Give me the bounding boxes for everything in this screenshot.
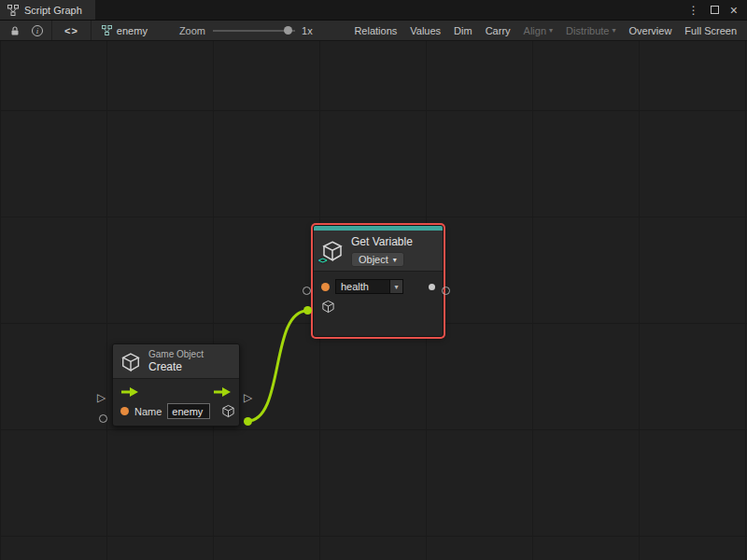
flow-row	[120, 386, 232, 398]
variable-name-input[interactable]	[335, 279, 389, 294]
create-gameobject-output-port[interactable]	[244, 417, 252, 426]
graph-asset-icon	[102, 25, 112, 35]
string-input-port[interactable]	[321, 283, 330, 291]
zoom-label: Zoom	[179, 25, 205, 36]
node-header[interactable]: Game Object Create	[113, 344, 239, 379]
dim-label: Dim	[454, 25, 472, 36]
create-name-input-port[interactable]	[99, 414, 107, 423]
string-input-port[interactable]	[120, 407, 129, 415]
node-category: Game Object	[148, 349, 204, 360]
script-graph-icon	[7, 5, 19, 16]
align-button[interactable]: Align ▾	[517, 21, 559, 40]
name-input[interactable]	[167, 403, 210, 419]
tab-script-graph[interactable]: Script Graph	[0, 0, 95, 20]
tab-title: Script Graph	[24, 5, 82, 16]
gameobject-cube-icon	[321, 300, 335, 314]
flow-out-icon[interactable]	[213, 386, 232, 398]
create-flow-input-port[interactable]: ▷	[97, 392, 106, 403]
lock-icon	[9, 25, 21, 36]
relations-label: Relations	[354, 25, 397, 36]
carry-label: Carry	[486, 25, 511, 36]
chevron-down-icon: ▾	[394, 283, 398, 291]
align-label: Align	[524, 25, 546, 36]
toolbar-separator	[91, 21, 92, 40]
edit-graph-button[interactable]: <>	[55, 21, 88, 40]
variable-name-combo[interactable]: ▾	[335, 279, 403, 294]
relations-button[interactable]: Relations	[347, 21, 403, 40]
get-variable-object-input-port[interactable]	[303, 306, 312, 315]
overview-button[interactable]: Overview	[623, 21, 679, 40]
info-icon: i	[32, 25, 43, 36]
window-controls: ⋮ ×	[688, 0, 747, 20]
info-button[interactable]: i	[26, 21, 49, 40]
create-flow-output-port[interactable]: ▷	[244, 392, 252, 403]
variable-cube-icon: <>	[321, 240, 344, 262]
graph-name-label: enemy	[117, 25, 148, 36]
title-bar: Script Graph ⋮ ×	[0, 0, 747, 21]
value-output-port[interactable]	[429, 284, 435, 290]
variable-scope-dropdown[interactable]: Object ▾	[351, 252, 404, 267]
toolbar-button-group: Relations Values Dim Carry Align ▾ Distr…	[347, 21, 743, 40]
distribute-label: Distribute	[566, 25, 609, 36]
graph-asset[interactable]: enemy	[94, 25, 155, 36]
node-get-variable[interactable]: <> Get Variable Object ▾ ▾	[313, 225, 444, 337]
get-variable-value-output-port[interactable]	[442, 287, 450, 295]
get-variable-left-port[interactable]	[303, 287, 311, 295]
chevron-down-icon: ▾	[393, 256, 397, 264]
close-icon[interactable]: ×	[730, 4, 738, 17]
chevron-down-icon: ▾	[549, 26, 553, 35]
values-button[interactable]: Values	[403, 21, 447, 40]
connection-wire[interactable]	[247, 311, 307, 421]
code-icon: <>	[318, 256, 327, 265]
scope-label: Object	[359, 254, 388, 265]
fullscreen-button[interactable]: Full Screen	[678, 21, 743, 40]
titlebar-spacer	[95, 0, 688, 20]
fullscreen-label: Full Screen	[684, 25, 737, 36]
carry-button[interactable]: Carry	[479, 21, 517, 40]
flow-in-icon[interactable]	[120, 386, 139, 398]
graph-canvas[interactable]: <> Get Variable Object ▾ ▾	[0, 41, 747, 560]
object-input-row	[321, 300, 435, 314]
dim-button[interactable]: Dim	[447, 21, 479, 40]
zoom-slider-track	[213, 30, 295, 32]
values-label: Values	[410, 25, 441, 36]
name-label: Name	[134, 406, 162, 417]
name-row: Name	[120, 403, 232, 419]
node-create-gameobject[interactable]: Game Object Create Name	[112, 343, 240, 427]
toolbar-separator	[51, 21, 52, 40]
node-title: Create	[148, 360, 204, 374]
graph-toolbar: i <> enemy Zoom 1x Relations Values Dim …	[0, 21, 747, 41]
lock-button[interactable]	[4, 21, 26, 40]
gameobject-cube-icon	[120, 352, 141, 372]
variable-name-row: ▾	[321, 279, 435, 294]
node-body: Name	[113, 379, 239, 426]
node-header[interactable]: <> Get Variable Object ▾	[314, 231, 443, 272]
zoom-slider-knob[interactable]	[284, 26, 292, 35]
code-icon: <>	[64, 25, 78, 36]
zoom-slider[interactable]	[213, 25, 295, 36]
chevron-down-icon: ▾	[613, 26, 616, 35]
distribute-button[interactable]: Distribute ▾	[559, 21, 622, 40]
overview-label: Overview	[629, 25, 672, 36]
gameobject-output-icon	[221, 404, 235, 418]
zoom-value: 1x	[302, 25, 313, 36]
combo-dropdown-button[interactable]: ▾	[389, 279, 403, 294]
node-body: ▾	[314, 272, 443, 336]
window-menu-icon[interactable]: ⋮	[688, 4, 699, 17]
maximize-icon[interactable]	[711, 6, 719, 14]
node-title: Get Variable	[351, 235, 413, 249]
